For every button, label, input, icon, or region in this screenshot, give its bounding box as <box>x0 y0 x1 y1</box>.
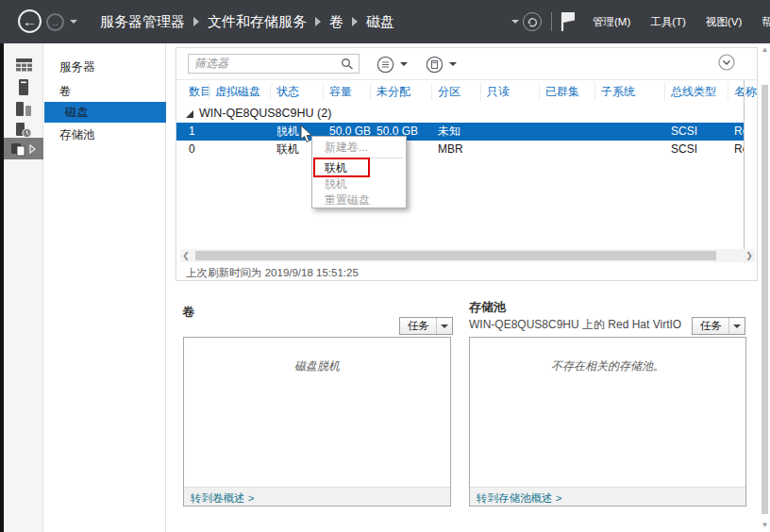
nav-item-disks[interactable]: 磁盘 <box>44 102 166 123</box>
dashboard-icon <box>16 58 32 72</box>
column-divider[interactable] <box>728 83 728 100</box>
sidebar-item-dashboard[interactable] <box>4 55 43 75</box>
storage-pools-subtitle: WIN-QE8QUS8C9HU 上的 Red Hat VirtIO <box>469 317 681 333</box>
table-row-disk-1[interactable]: 1 脱机 50.0 GB 50.0 GB 未知 SCSI Red <box>176 123 744 141</box>
breadcrumb-file-storage[interactable]: 文件和存储服务 <box>208 13 307 31</box>
refresh-button[interactable] <box>523 12 542 31</box>
menu-item-bring-online[interactable]: 联机 <box>312 160 406 176</box>
volumes-tile-title: 卷 <box>182 304 194 321</box>
cell-bus-type: SCSI <box>671 141 697 158</box>
storage-pools-tasks-button[interactable]: 任务 <box>692 317 745 335</box>
notifications-flag-button[interactable] <box>561 11 576 32</box>
breadcrumb-separator-icon <box>193 17 199 26</box>
col-bus-type[interactable]: 总线类型 <box>671 82 716 101</box>
saved-filters-split-button[interactable] <box>377 55 408 74</box>
server-glyph-icon <box>426 56 444 74</box>
cell-number: 1 <box>189 123 195 141</box>
forward-arrow-icon: → <box>50 17 60 28</box>
scroll-right-icon[interactable]: ❯ <box>744 249 755 262</box>
column-divider[interactable] <box>431 83 432 100</box>
file-storage-services-icon <box>11 141 26 157</box>
column-divider[interactable] <box>480 83 481 100</box>
all-servers-icon <box>16 102 31 116</box>
nav-item-storage-pools[interactable]: 存储池 <box>44 125 166 145</box>
table-row-disk-0[interactable]: 0 联机 MBR SCSI Red <box>176 141 744 158</box>
menu-item-reset-disk[interactable]: 重置磁盘 <box>312 192 406 208</box>
selected-pointer-icon <box>29 144 36 154</box>
dropdown-caret-icon <box>400 62 408 66</box>
scrollbar-thumb[interactable] <box>762 85 768 514</box>
sidebar-item-local-server[interactable] <box>4 77 43 97</box>
storage-pools-empty-message: 不存在相关的存储池。 <box>470 358 745 374</box>
column-divider[interactable] <box>323 83 324 100</box>
sidebar-item-file-storage-services[interactable] <box>4 138 43 159</box>
volumes-tasks-button[interactable]: 任务 <box>399 317 453 335</box>
col-readonly[interactable]: 只读 <box>487 82 510 101</box>
storage-pools-tile: 不存在相关的存储池。 转到存储池概述 > <box>469 337 746 507</box>
sidebar-item-services[interactable] <box>4 120 43 140</box>
col-virtual-disk[interactable]: 虚拟磁盘 <box>215 82 260 101</box>
go-to-volumes-link[interactable]: 转到卷概述 > <box>184 492 254 504</box>
horizontal-scrollbar[interactable]: ❮ ❯ <box>180 249 755 262</box>
col-subsystem[interactable]: 子系统 <box>601 82 635 101</box>
forward-button[interactable]: → <box>46 13 64 31</box>
divider <box>176 79 757 80</box>
query-save-split-button[interactable] <box>426 55 457 74</box>
table-header: 数目 虚拟磁盘 状态 容量 未分配 分区 只读 已群集 子系统 总线类型 名称 <box>176 82 744 101</box>
context-menu: 新建卷... 联机 脱机 重置磁盘 <box>311 136 407 208</box>
menu-item-take-offline[interactable]: 脱机 <box>312 176 406 192</box>
sidebar-icon-rail <box>4 43 43 532</box>
column-divider[interactable] <box>370 83 371 100</box>
section-collapse-button[interactable] <box>718 54 735 75</box>
mouse-cursor <box>300 125 313 143</box>
filter-input[interactable]: 筛选器 <box>188 54 360 74</box>
column-divider[interactable] <box>209 83 209 100</box>
last-refresh-status: 上次刷新时间为 2019/9/18 15:51:25 <box>186 266 359 280</box>
history-dropdown-icon[interactable] <box>70 20 77 24</box>
nav-item-servers[interactable]: 服务器 <box>44 57 166 77</box>
col-partition[interactable]: 分区 <box>438 82 460 101</box>
col-unallocated[interactable]: 未分配 <box>377 82 410 101</box>
breadcrumb: 服务器管理器 文件和存储服务 卷 磁盘 <box>100 0 394 43</box>
breadcrumb-server-manager[interactable]: 服务器管理器 <box>100 13 185 31</box>
nav-item-volumes[interactable]: 卷 <box>44 81 166 102</box>
col-clustered[interactable]: 已群集 <box>545 82 579 101</box>
back-button[interactable]: ← <box>18 9 42 33</box>
expand-triangle-icon[interactable] <box>186 110 193 118</box>
group-row[interactable]: WIN-QE8QUS8C9HU (2) <box>176 105 744 123</box>
dropdown-caret-icon <box>733 324 741 328</box>
scroll-up-icon[interactable]: ▲ <box>761 45 769 55</box>
cell-name: Red <box>734 141 744 158</box>
col-capacity[interactable]: 容量 <box>329 82 352 101</box>
col-status[interactable]: 状态 <box>276 82 299 101</box>
navigation-pane: 服务器 卷 磁盘 存储池 <box>44 43 166 532</box>
breadcrumb-disks[interactable]: 磁盘 <box>366 13 394 31</box>
scroll-down-icon[interactable]: ▼ <box>761 521 769 530</box>
scroll-left-icon[interactable]: ❮ <box>180 249 192 262</box>
menu-manage[interactable]: 管理(M) <box>593 15 630 29</box>
column-divider[interactable] <box>270 83 271 100</box>
menu-view[interactable]: 视图(V) <box>706 15 742 29</box>
menu-separator <box>315 158 403 158</box>
tasks-label: 任务 <box>693 319 728 333</box>
sidebar-item-all-servers[interactable] <box>4 99 43 119</box>
breadcrumb-volumes[interactable]: 卷 <box>329 13 343 31</box>
dropdown-caret-icon <box>441 324 448 328</box>
breadcrumb-separator-icon <box>315 17 321 26</box>
volumes-tile-footer: 转到卷概述 > <box>184 487 450 506</box>
menu-item-new-volume[interactable]: 新建卷... <box>312 140 406 156</box>
group-label: WIN-QE8QUS8C9HU (2) <box>199 105 331 123</box>
volumes-empty-message: 磁盘脱机 <box>184 358 450 374</box>
col-name[interactable]: 名称 <box>734 82 757 101</box>
column-divider[interactable] <box>594 83 595 100</box>
breadcrumb-separator-icon <box>352 17 358 26</box>
window-vertical-scrollbar[interactable]: ▲ ▼ <box>761 45 769 530</box>
breadcrumb-dropdown-icon[interactable] <box>511 20 519 24</box>
menu-help[interactable]: 帮助(H) <box>762 15 770 29</box>
scrollbar-thumb[interactable] <box>195 251 716 260</box>
column-divider[interactable] <box>539 83 540 100</box>
go-to-storage-pools-link[interactable]: 转到存储池概述 > <box>470 492 561 504</box>
column-divider[interactable] <box>664 83 665 100</box>
table-edge <box>744 80 745 263</box>
menu-tools[interactable]: 工具(T) <box>650 15 686 29</box>
